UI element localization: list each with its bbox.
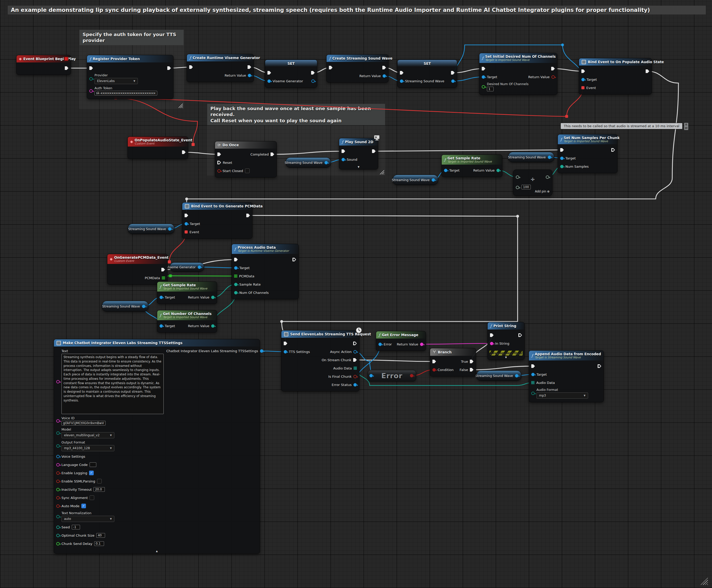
execout-pin[interactable] bbox=[167, 66, 171, 70]
target-pin[interactable] bbox=[185, 222, 188, 226]
print-string-node[interactable]: ƒPrint StringIn StringDevelopment Only▼ bbox=[487, 322, 525, 360]
text-input-field[interactable]: 1 bbox=[487, 87, 494, 91]
in2-pin[interactable] bbox=[516, 186, 519, 189]
dropdown-field[interactable]: ElevenLabs▼ bbox=[95, 78, 138, 84]
audioformat-pin[interactable] bbox=[531, 392, 535, 395]
dropdown-field[interactable]: mp3_44100_128▼ bbox=[61, 445, 114, 451]
execin-pin[interactable] bbox=[185, 214, 188, 217]
branch-node[interactable]: BranchTrueConditionFalse bbox=[430, 348, 476, 376]
out-pin[interactable] bbox=[142, 305, 145, 308]
bind-populate-node[interactable]: Bind Event to On Populate Audio StateTar… bbox=[579, 58, 652, 94]
checkbox-field[interactable]: ✓ bbox=[89, 470, 94, 475]
voicesettings-pin[interactable] bbox=[56, 455, 60, 458]
chevron-down-icon[interactable]: ▼ bbox=[339, 166, 378, 169]
execout-pin[interactable] bbox=[65, 66, 68, 70]
samplerate-pin[interactable] bbox=[234, 283, 238, 286]
isfinal-pin[interactable] bbox=[353, 375, 357, 378]
chevron-down-icon[interactable]: ▼ bbox=[488, 356, 524, 360]
onstreamchunk-pin[interactable] bbox=[353, 358, 357, 362]
text-input-field[interactable]: 0.1 bbox=[94, 541, 104, 546]
execout-pin[interactable] bbox=[246, 214, 250, 217]
enablelogging-pin[interactable] bbox=[56, 471, 60, 475]
text-input-field[interactable]: -1 bbox=[72, 525, 80, 529]
out-pin[interactable] bbox=[198, 266, 201, 269]
out-pin[interactable] bbox=[548, 155, 551, 159]
out-pin[interactable] bbox=[515, 374, 518, 377]
execin-pin[interactable] bbox=[342, 149, 345, 153]
dropdown-field[interactable]: eleven_multilingual_v2▼ bbox=[61, 432, 114, 438]
pill-sound-variable-node[interactable]: Streaming Sound Wave bbox=[286, 158, 331, 168]
set-ssw-node[interactable]: SETStreaming Sound Wave bbox=[397, 60, 457, 88]
set-num-node[interactable]: ƒSet Num Samples Per ChunkTarget is Impo… bbox=[557, 134, 617, 173]
play-sound-node[interactable]: ƒPlay Sound 2DSound▼ bbox=[339, 138, 378, 169]
target-pin[interactable] bbox=[444, 169, 447, 172]
varin-pin[interactable] bbox=[400, 80, 403, 83]
comment-pin-icon[interactable] bbox=[684, 123, 688, 130]
chevron-up-icon[interactable]: ▲ bbox=[54, 550, 260, 553]
pcmdata-pin[interactable] bbox=[162, 276, 165, 279]
enablessml-pin[interactable] bbox=[56, 480, 60, 483]
true-pin[interactable] bbox=[470, 360, 473, 363]
create-ssw-node[interactable]: ƒCreate Streaming Sound WaveReturn Value bbox=[326, 55, 388, 83]
execin-pin[interactable] bbox=[267, 71, 271, 75]
event-pin[interactable] bbox=[582, 86, 585, 89]
on-populate-evt-node[interactable]: ◆OnPopulateAudioState_EventCustom Event bbox=[127, 136, 188, 159]
false-pin[interactable] bbox=[470, 368, 473, 372]
numsamples-pin[interactable] bbox=[560, 165, 564, 168]
event-pin[interactable] bbox=[185, 230, 188, 233]
target-pin[interactable] bbox=[531, 373, 535, 376]
begin-play-node[interactable]: ◆Event Blueprint Begin Play bbox=[16, 55, 71, 75]
out-pin[interactable] bbox=[325, 161, 328, 164]
languagecode-pin[interactable] bbox=[56, 463, 60, 466]
execout-pin[interactable] bbox=[551, 67, 555, 70]
execout-pin[interactable] bbox=[161, 268, 165, 271]
execin-pin[interactable] bbox=[89, 66, 93, 70]
output-pin[interactable] bbox=[260, 349, 263, 353]
error-pill-node[interactable]: Error bbox=[368, 370, 416, 381]
execout-pin[interactable] bbox=[292, 258, 296, 261]
numofchannels-pin[interactable] bbox=[234, 291, 238, 294]
bind-pcmdata-node[interactable]: Bind Event to On Generate PCMDataTargetE… bbox=[182, 202, 252, 239]
audiodata-pin[interactable] bbox=[531, 381, 534, 384]
return-pin[interactable] bbox=[383, 74, 386, 78]
set-viseme-node[interactable]: SETViseme Generator bbox=[265, 60, 317, 88]
async-pin[interactable] bbox=[353, 350, 357, 354]
return-pin[interactable] bbox=[420, 343, 423, 346]
on-generate-evt-node[interactable]: ◆OnGeneratePCMData_EventCustom EventPCMD… bbox=[107, 254, 167, 285]
target-pin[interactable] bbox=[160, 324, 163, 328]
delegate-pin[interactable] bbox=[191, 143, 195, 146]
execin-pin[interactable] bbox=[234, 258, 238, 261]
completed-pin[interactable] bbox=[270, 152, 274, 156]
dropdown-field[interactable]: auto▼ bbox=[61, 516, 114, 522]
target-pin[interactable] bbox=[560, 156, 564, 160]
reset-pin[interactable] bbox=[217, 161, 221, 164]
pill-4-variable-node[interactable]: Streaming Sound Wave bbox=[128, 224, 175, 234]
execin-pin[interactable] bbox=[329, 66, 332, 69]
checkbox-field[interactable] bbox=[89, 496, 94, 500]
execin-pin[interactable] bbox=[582, 69, 585, 73]
error-pin[interactable] bbox=[379, 343, 382, 346]
execin-pin[interactable] bbox=[531, 364, 535, 368]
execin-pin[interactable] bbox=[432, 360, 436, 363]
get-sr-2-node[interactable]: ƒGet Sample RateTarget is Imported Sound… bbox=[157, 281, 217, 304]
execin-pin[interactable] bbox=[482, 67, 485, 70]
condition-pin[interactable] bbox=[432, 368, 436, 372]
graph-canvas[interactable]: An example demonstrating lip sync during… bbox=[0, 0, 712, 588]
return-pin[interactable] bbox=[551, 75, 555, 79]
execin-pin[interactable] bbox=[217, 152, 221, 156]
execin-pin[interactable] bbox=[490, 333, 494, 337]
ttssettings-pin[interactable] bbox=[284, 350, 287, 354]
checkbox-field[interactable] bbox=[97, 479, 102, 483]
voiceid-pin[interactable] bbox=[56, 419, 60, 423]
pill-2-variable-node[interactable]: Streaming Sound Wave bbox=[393, 175, 438, 185]
execout-pin[interactable] bbox=[451, 71, 455, 75]
checkbox-field[interactable]: ✓ bbox=[81, 504, 86, 508]
execout-pin[interactable] bbox=[372, 149, 375, 153]
text-input-field[interactable]: 40 bbox=[96, 533, 105, 538]
desired-pin[interactable] bbox=[482, 85, 485, 88]
in-pin[interactable] bbox=[369, 374, 373, 377]
inactivity-pin[interactable] bbox=[56, 488, 60, 491]
create-viseme-node[interactable]: ƒCreate Runtime Viseme GeneratorReturn V… bbox=[187, 54, 254, 82]
reroute-node[interactable] bbox=[565, 115, 568, 118]
pill-5-variable-node[interactable]: Streaming Sound Wave bbox=[102, 301, 148, 312]
